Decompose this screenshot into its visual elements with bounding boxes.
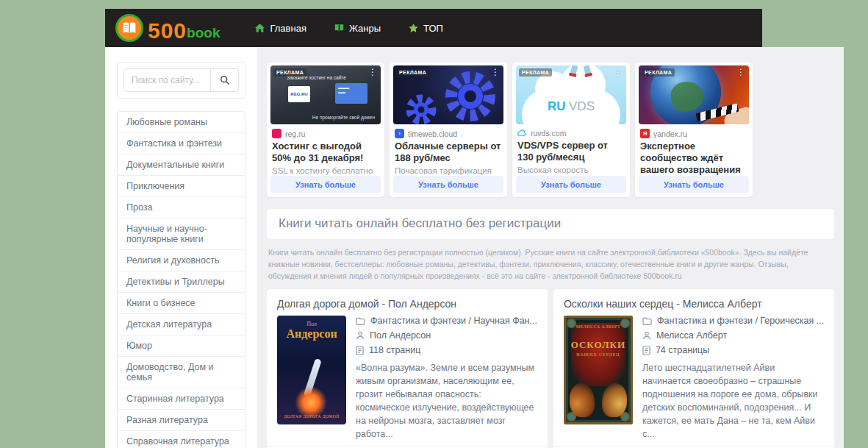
- ad-card-yandex: РЕКЛАМА ⋮ Я yandex.ru Экспертное сообщес…: [635, 63, 753, 197]
- sidebar-item-domovodstvo[interactable]: Домоводство, Дом и семья: [118, 357, 245, 388]
- sidebar-item-raznaya[interactable]: Разная литература: [118, 410, 245, 431]
- ad-subtitle: Высокая скорость: [517, 166, 625, 174]
- ad-image-regru[interactable]: РЕКЛАМА ⋮ Закажите хостинг на сайте REG.…: [270, 65, 381, 124]
- cover-author-large: Андерсон: [277, 327, 346, 340]
- ad-image-banner: ▬▬▬▬▬: [335, 83, 367, 104]
- main-content: РЕКЛАМА ⋮ Закажите хостинг на сайте REG.…: [257, 47, 844, 448]
- ad-domain-row: reg.ru: [272, 129, 379, 138]
- sidebar-item-starinnaya[interactable]: Старинная литература: [118, 388, 245, 410]
- sidebar-item-nauchnye[interactable]: Научные и научно-популярные книги: [118, 218, 245, 250]
- regru-logo: REG.RU: [288, 86, 310, 102]
- ad-domain-text: reg.ru: [285, 129, 305, 138]
- ad-title[interactable]: Экспертное сообщество ждёт вашего возвра…: [640, 141, 747, 176]
- folder-icon: [356, 317, 365, 325]
- ad-image-caption: Не проморгайте свой домен: [312, 115, 375, 120]
- book-cover-anderson[interactable]: Пол Андерсон ДОЛГАЯ ДОРОГА ДОМОЙ: [277, 316, 346, 424]
- cover-author-small: МЕЛИССА АЛБЕРТ: [564, 324, 633, 329]
- search-button[interactable]: [210, 69, 238, 91]
- ad-domain-row: Я yandex.ru: [640, 129, 747, 138]
- book-genre: Фантастика и фэнтези / Героическая ...: [657, 316, 824, 326]
- ad-badge: РЕКЛАМА: [396, 68, 429, 77]
- ad-menu-dots-icon[interactable]: ⋮: [368, 67, 377, 77]
- logo-text-500: 500: [148, 20, 187, 42]
- sidebar-item-yumor[interactable]: Юмор: [118, 335, 245, 357]
- book-title-link[interactable]: Осколки наших сердец - Мелисса Алберт: [564, 298, 824, 310]
- nav-item-home[interactable]: Главная: [255, 23, 306, 34]
- search-input[interactable]: [124, 69, 210, 91]
- cover-ornament: [570, 383, 595, 417]
- nav-item-top[interactable]: ТОП: [409, 23, 443, 34]
- sidebar-item-proza[interactable]: Проза: [118, 197, 245, 218]
- person-icon: [642, 331, 651, 340]
- cover-book-title: ДОЛГАЯ ДОРОГА ДОМОЙ: [277, 414, 346, 419]
- book-pages-row: 74 страницы: [642, 345, 824, 355]
- cover-book-subtitle: НАШИХ СЕРДЕЦ: [564, 352, 633, 357]
- pages-icon: [356, 346, 364, 355]
- ads-row: РЕКЛАМА ⋮ Закажите хостинг на сайте REG.…: [267, 63, 834, 197]
- cover-book-title: ОСКОЛКИ: [564, 339, 633, 351]
- book-card-anderson: Долгая дорога домой - Пол Андерсон Пол А…: [267, 289, 548, 448]
- ad-image-timeweb[interactable]: РЕКЛАМА ⋮: [393, 65, 503, 124]
- ad-card-timeweb: РЕКЛАМА ⋮: [390, 63, 507, 197]
- sidebar-item-spravochnaya[interactable]: Справочная литература: [118, 431, 245, 448]
- sidebar-item-religiya[interactable]: Религия и духовность: [118, 250, 245, 271]
- ad-image-legs: [571, 65, 590, 76]
- pages-icon: [642, 346, 650, 355]
- ad-domain-text: yandex.ru: [653, 129, 687, 138]
- nav-label-genres: Жанры: [349, 23, 381, 34]
- cover-author-small: Пол: [277, 321, 346, 327]
- ad-cta-button[interactable]: Узнать больше: [516, 176, 626, 193]
- book-author-row[interactable]: Пол Андерсон: [356, 330, 537, 341]
- person-icon: [356, 331, 365, 340]
- category-list: Любовные романы Фантастика и фэнтези Док…: [117, 111, 245, 448]
- book-genre: Фантастика и фэнтези / Научная Фан...: [370, 316, 537, 326]
- ad-title[interactable]: VDS/VPS сервер от 130 руб/месяц: [517, 140, 625, 163]
- nav-item-genres[interactable]: Жанры: [334, 23, 381, 34]
- logo-book-icon: [115, 14, 143, 42]
- book-genre-row[interactable]: Фантастика и фэнтези / Героическая ...: [642, 316, 824, 326]
- ad-title[interactable]: Облачные серверы от 188 руб/мес: [395, 141, 502, 164]
- home-icon: [255, 24, 265, 32]
- sidebar-item-lyubovnye-romany[interactable]: Любовные романы: [118, 112, 245, 133]
- book-author-row[interactable]: Мелисса Алберт: [642, 330, 824, 341]
- ruvds-favicon-cloud-icon: [517, 129, 527, 137]
- sidebar-item-dokumentalnye[interactable]: Документальные книги: [118, 154, 245, 176]
- nav-label-top: ТОП: [423, 23, 443, 34]
- ad-domain-row: › timeweb.cloud: [395, 129, 502, 138]
- ad-cta-button[interactable]: Узнать больше: [270, 176, 381, 193]
- book-author: Пол Андерсон: [370, 330, 431, 341]
- regru-favicon: [272, 129, 281, 138]
- ad-image-yandex[interactable]: РЕКЛАМА ⋮: [639, 65, 749, 124]
- book-pages-row: 118 страниц: [356, 345, 537, 355]
- cover-ornament: [602, 383, 627, 417]
- ad-title[interactable]: Хостинг с выгодой 50% до 31 декабря!: [272, 141, 379, 164]
- sidebar-item-priklyucheniya[interactable]: Приключения: [118, 176, 245, 197]
- ad-badge: РЕКЛАМА: [642, 68, 675, 77]
- ad-cta-button[interactable]: Узнать больше: [393, 176, 503, 193]
- ad-subtitle: Почасовая тарификация: [395, 166, 502, 175]
- page-title: Книги читать онлайн бесплатно без регист…: [279, 216, 822, 231]
- book-author: Мелисса Алберт: [656, 330, 727, 341]
- book-description: Лето шестнадцатилетней Айви начинается с…: [642, 361, 824, 441]
- book-cover-albert[interactable]: МЕЛИССА АЛБЕРТ ОСКОЛКИ НАШИХ СЕРДЕЦ: [564, 316, 633, 424]
- sidebar-item-biznes[interactable]: Книги о бизнесе: [118, 293, 245, 314]
- ad-menu-dots-icon[interactable]: ⋮: [491, 67, 500, 77]
- sidebar-item-detektivy[interactable]: Детективы и Триллеры: [118, 271, 245, 293]
- book-card-albert: Осколки наших сердец - Мелисса Алберт МЕ…: [553, 289, 834, 448]
- sidebar-item-fantastika[interactable]: Фантастика и фэнтези: [118, 133, 245, 154]
- ad-badge: РЕКЛАМА: [519, 68, 552, 77]
- book-title-link[interactable]: Долгая дорога домой - Пол Андерсон: [277, 298, 537, 310]
- ad-domain-row: ruvds.com: [517, 129, 625, 138]
- ad-menu-dots-icon[interactable]: ⋮: [614, 67, 623, 77]
- site-wrapper: 500 book Главная Жанры ТОП: [105, 9, 762, 448]
- sidebar-item-detskaya[interactable]: Детская литература: [118, 314, 245, 335]
- ad-cta-button[interactable]: Узнать больше: [639, 176, 749, 193]
- ad-domain-text: ruvds.com: [531, 129, 566, 138]
- book-genre-row[interactable]: Фантастика и фэнтези / Научная Фан...: [356, 316, 537, 326]
- site-logo[interactable]: 500 book: [115, 14, 220, 42]
- ad-menu-dots-icon[interactable]: ⋮: [736, 67, 745, 77]
- ad-subtitle: SSL к хостингу бесплатно: [272, 166, 379, 175]
- ad-card-regru: РЕКЛАМА ⋮ Закажите хостинг на сайте REG.…: [267, 63, 384, 197]
- main-nav: Главная Жанры ТОП: [255, 23, 442, 34]
- ad-image-ruvds[interactable]: РЕКЛАМА ⋮ RU VDS: [516, 65, 626, 124]
